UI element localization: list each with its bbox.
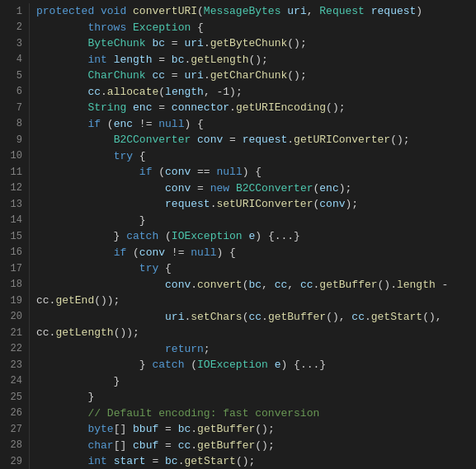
- code-token: [36, 309, 165, 326]
- code-token: [36, 341, 165, 358]
- code-token: conv: [165, 277, 191, 293]
- code-token: ();: [255, 438, 274, 454]
- code-token: length: [114, 52, 153, 68]
- code-token: =: [152, 100, 171, 116]
- code-token: start: [114, 453, 146, 469]
- code-line: cc.getEnd());: [36, 293, 469, 309]
- code-token: [365, 3, 371, 20]
- code-line: }: [36, 373, 469, 390]
- code-token: cc.: [36, 325, 55, 341]
- code-token: .: [191, 277, 197, 293]
- code-token: (: [133, 245, 139, 261]
- code-token: if: [87, 116, 106, 133]
- code-token: }: [36, 389, 94, 406]
- line-number: 26: [3, 406, 22, 422]
- line-number: 7: [3, 100, 22, 116]
- code-token: .: [313, 277, 320, 293]
- code-token: ();: [249, 52, 268, 68]
- code-token: ();: [255, 421, 274, 438]
- code-token: conv: [139, 245, 165, 261]
- code-token: getLength: [55, 325, 113, 341]
- code-token: catch: [152, 357, 191, 373]
- code-token: cc: [178, 438, 191, 454]
- code-token: null: [191, 245, 216, 261]
- code-token: ) {: [243, 164, 262, 181]
- line-number: 10: [3, 148, 22, 165]
- code-token: .: [204, 35, 210, 52]
- code-token: ();: [287, 35, 306, 52]
- line-number: 25: [3, 389, 22, 406]
- code-token: .: [204, 68, 210, 84]
- code-token: getBuffer: [319, 277, 377, 293]
- code-line: }: [36, 213, 469, 229]
- code-token: -: [436, 277, 449, 293]
- code-line: protected void convertURI(MessageBytes u…: [36, 3, 469, 20]
- code-token: }: [36, 357, 152, 373]
- code-token: (: [107, 116, 114, 133]
- code-token: uri: [287, 3, 306, 20]
- code-token: ) {...}: [281, 357, 327, 373]
- code-token: setChars: [191, 309, 242, 326]
- line-number: 15: [3, 228, 22, 245]
- code-token: [36, 164, 139, 181]
- code-token: int: [87, 453, 113, 469]
- code-token: e: [275, 357, 281, 373]
- code-token: protected: [36, 3, 101, 20]
- code-line: int length = bc.getLength();: [36, 52, 469, 68]
- code-token: }: [36, 213, 146, 229]
- code-token: ());: [114, 325, 139, 341]
- line-number: 17: [3, 260, 22, 277]
- code-token: CharChunk: [87, 68, 145, 84]
- code-token: conv: [165, 164, 191, 181]
- code-token: [36, 277, 165, 293]
- line-number: 29: [3, 453, 22, 469]
- code-token: [146, 68, 153, 84]
- code-token: cc: [351, 309, 365, 326]
- code-token: }: [36, 228, 126, 245]
- code-line: return;: [36, 341, 469, 358]
- code-token: catch: [126, 228, 165, 245]
- code-line: uri.setChars(cc.getBuffer(), cc.getStart…: [36, 309, 469, 326]
- code-token: MessageBytes: [204, 3, 281, 20]
- code-line: cc.allocate(length, -1);: [36, 84, 469, 101]
- code-token: [36, 245, 114, 261]
- code-token: convert: [197, 277, 243, 293]
- code-line: request.setURIConverter(conv);: [36, 196, 469, 213]
- code-token: B2CConverter: [114, 132, 191, 148]
- line-number: 20: [3, 309, 22, 326]
- code-token: bc: [165, 453, 178, 469]
- code-token: uri: [184, 35, 203, 52]
- code-token: if: [114, 245, 133, 261]
- code-token: setURIConverter: [216, 196, 313, 213]
- code-token: );: [339, 181, 352, 197]
- code-token: getByteChunk: [210, 35, 288, 52]
- code-line: if (conv != null) {: [36, 245, 469, 261]
- line-number: 23: [3, 357, 22, 373]
- code-token: [36, 68, 87, 84]
- line-number: 5: [3, 68, 22, 84]
- code-token: .: [191, 421, 197, 438]
- line-number: 11: [3, 164, 22, 181]
- code-token: []: [114, 421, 133, 438]
- code-token: {: [191, 20, 204, 36]
- code-token: e: [248, 228, 255, 245]
- code-line: try {: [36, 260, 469, 277]
- code-token: getURIConverter: [294, 132, 390, 148]
- code-token: .: [101, 84, 107, 101]
- code-token: byte: [87, 421, 113, 438]
- line-number: 3: [3, 35, 22, 52]
- code-line: if (conv == null) {: [36, 164, 469, 181]
- code-token: [36, 260, 139, 277]
- code-token: try: [139, 260, 165, 277]
- code-token: =: [146, 453, 165, 469]
- code-line: int start = bc.getStart();: [36, 453, 469, 469]
- code-token: !=: [165, 245, 191, 261]
- code-token: null: [158, 116, 184, 133]
- code-token: getStart: [184, 453, 235, 469]
- code-token: // Default encoding: fast conversion: [87, 406, 319, 422]
- code-line: B2CConverter conv = request.getURIConver…: [36, 132, 469, 148]
- code-token: ) {: [184, 116, 203, 133]
- code-token: }: [36, 373, 120, 390]
- line-number: 24: [3, 373, 22, 390]
- code-token: =: [152, 52, 171, 68]
